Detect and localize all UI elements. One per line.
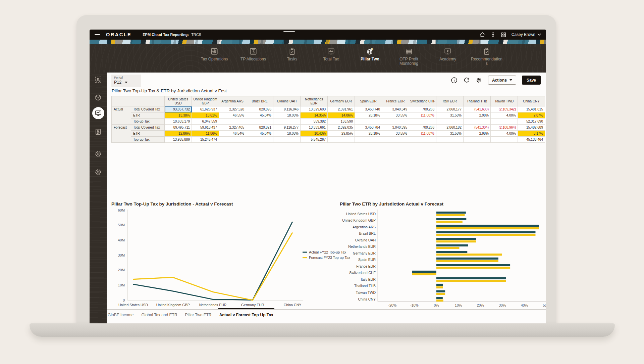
column-header[interactable]: Netherlands EUR [301,96,328,106]
grid-cell[interactable]: 700,263 [409,106,436,112]
grid-cell[interactable]: 12.86% [165,131,192,137]
actions-button[interactable]: Actions [488,76,516,85]
column-header[interactable]: Thailand THB [464,96,491,106]
grid-cell[interactable] [355,119,382,125]
grid-cell[interactable] [355,137,382,143]
column-header[interactable]: China CNY [518,96,545,106]
grid-cell[interactable]: 5,545,267 [301,137,328,143]
grid-cell[interactable]: 10,633,179 [165,119,192,125]
row-group-header[interactable]: Actual [112,106,131,125]
grid-cell[interactable]: 13.38% [165,112,192,119]
grid-cell[interactable]: (11.08)% [409,112,436,119]
grid-cell[interactable] [436,119,464,125]
grid-cell[interactable]: 4.00% [491,131,518,137]
sidebar-item-report-doc[interactable] [90,128,107,137]
nav-item-academy[interactable]: Academy [432,47,464,66]
column-header[interactable]: Switzerland CHF [409,96,436,106]
column-header[interactable]: Italy EUR [436,96,464,106]
column-header[interactable]: Brazil BRL [246,96,273,106]
grid-cell[interactable]: 2.98% [464,112,491,119]
grid-cell[interactable] [273,119,301,125]
grid-cell[interactable]: 52,317,690 [518,119,545,125]
apps-grid-icon[interactable] [501,32,506,38]
user-menu[interactable]: Casey Brown [512,32,541,37]
grid-cell[interactable]: 6,047,559 [192,119,219,125]
accessibility-person-icon[interactable] [490,32,496,38]
grid-cell[interactable]: 33.55% [382,112,409,119]
column-header[interactable]: Germany EUR [328,96,355,106]
grid-cell[interactable] [491,119,518,125]
row-header[interactable]: Top-up Tax [131,137,165,143]
row-header[interactable]: ETR [131,112,165,119]
grid-cell[interactable]: 9,116,277 [273,125,301,131]
nav-item-pillar-two[interactable]: IIPillar Two [354,47,386,66]
grid-cell[interactable]: 15,245,474 [192,137,219,143]
row-header[interactable]: ETR [131,131,165,137]
grid-cell[interactable]: 3,450,784 [355,125,382,131]
grid-cell[interactable]: 89,495,711 [165,125,192,131]
period-select[interactable]: Period P12 [111,75,141,87]
nav-item-tax-operations[interactable]: Tax Operations [198,47,230,66]
grid-cell[interactable]: 31.58% [436,112,464,119]
grid-cell[interactable]: 31.58% [436,131,464,137]
grid-cell[interactable]: 15,481,815 [518,106,545,112]
grid-cell[interactable] [436,137,464,143]
grid-cell[interactable]: 2,327,405 [219,125,246,131]
nav-item-total-tax[interactable]: Total Tax [315,47,347,66]
grid-cell[interactable]: 3,040,349 [382,106,409,112]
grid-cell[interactable] [246,119,273,125]
grid-cell[interactable]: 14.06% [328,112,355,119]
column-header[interactable]: Ukraine UAH [273,96,301,106]
grid-cell[interactable]: 2.98% [464,131,491,137]
nav-item-tp-allocations[interactable]: TP Allocations [237,47,269,66]
grid-cell[interactable]: (541,304) [464,125,491,131]
grid-cell[interactable]: 15,482,689 [518,125,545,131]
grid-cell[interactable]: 28.18% [355,131,382,137]
grid-cell[interactable]: 29.85% [328,131,355,137]
grid-cell[interactable]: 4.00% [491,112,518,119]
grid-cell[interactable] [409,119,436,125]
grid-cell[interactable]: 45.04% [246,131,273,137]
column-header[interactable]: France EUR [382,96,409,106]
grid-cell[interactable]: (541,630) [464,106,491,112]
grid-cell[interactable]: 2,391,961 [328,106,355,112]
grid-cell[interactable]: 46.54% [219,131,246,137]
grid-cell[interactable]: 13,329,603 [301,106,328,112]
column-header[interactable]: Spain EUR [355,96,382,106]
grid-cell[interactable]: 2.87% [518,112,545,119]
row-header[interactable]: Top-up Tax [131,119,165,125]
grid-cell[interactable]: 28.18% [355,112,382,119]
column-header[interactable]: United Kingdom GBP [192,96,219,106]
sidebar-item-monitor-chart[interactable] [90,107,107,119]
grid-cell[interactable]: 18.08% [273,131,301,137]
tab-global-tax-and-etr[interactable]: Global Tax and ETR [141,312,177,318]
grid-cell[interactable] [273,137,301,143]
grid-cell[interactable]: 45.04% [246,112,273,119]
sidebar-item-person-frame[interactable] [90,76,107,85]
grid-cell[interactable] [382,137,409,143]
nav-item-tasks[interactable]: Tasks [276,47,308,66]
grid-cell[interactable]: (2,109,342) [491,106,518,112]
tab-pillar-two-etr[interactable]: Pillar Two ETR [185,312,212,318]
sidebar-item-gear[interactable] [90,150,107,159]
refresh-icon[interactable] [463,77,470,84]
grid-cell[interactable]: 33.55% [382,131,409,137]
grid-cell[interactable]: (11.08)% [409,131,436,137]
grid-cell[interactable]: 153,590 [328,119,355,125]
grid-cell[interactable]: 3,040,395 [382,125,409,131]
grid-cell[interactable]: 2,860,177 [436,106,464,112]
row-group-header[interactable]: Forecast [112,125,131,143]
grid-cell[interactable] [491,137,518,143]
grid-cell[interactable]: 59,618,437 [192,125,219,131]
grid-cell[interactable]: 13,333,661 [301,125,328,131]
grid-cell[interactable] [219,119,246,125]
grid-cell[interactable]: 45,133,464 [518,137,545,143]
column-header[interactable]: Taiwan TWD [491,96,518,106]
grid-cell[interactable] [328,137,355,143]
grid-cell-selected[interactable]: 93,057,732 [165,106,192,112]
grid-cell[interactable] [219,137,246,143]
grid-cell[interactable]: 700,266 [409,125,436,131]
tab-globe-income[interactable]: GloBE Income [107,312,134,318]
nav-item-recommendations[interactable]: Recommendations [471,47,503,66]
grid-cell[interactable] [246,137,273,143]
